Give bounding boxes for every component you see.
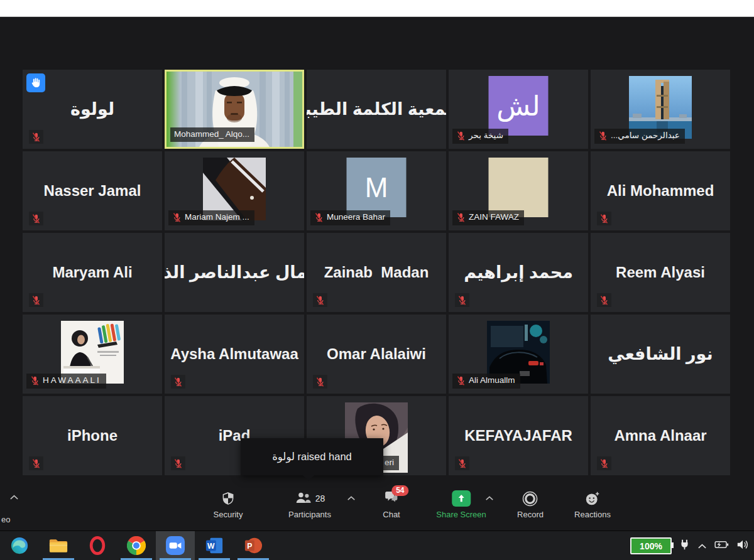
participant-tile[interactable]: جمعية الكلمة الطيبة bbox=[307, 70, 446, 149]
participants-count: 28 bbox=[315, 493, 325, 503]
muted-mic-icon bbox=[597, 212, 611, 225]
participant-name: Mohammed_ Alqo... bbox=[174, 129, 249, 139]
svg-text:P: P bbox=[247, 542, 252, 551]
participant-tile[interactable]: محمد إبراهيم bbox=[449, 233, 588, 312]
muted-mic-icon bbox=[455, 456, 469, 470]
taskbar-opera-button[interactable] bbox=[78, 531, 117, 560]
participant-name-label: Ali Almuallm bbox=[452, 374, 520, 389]
participant-name: iPhone bbox=[23, 396, 162, 475]
taskbar-word-button[interactable]: W bbox=[195, 531, 234, 560]
participants-icon bbox=[295, 492, 312, 506]
participants-caret[interactable] bbox=[347, 495, 356, 501]
muted-mic-icon bbox=[456, 375, 466, 386]
participant-tile[interactable]: KEFAYAJAFAR bbox=[449, 396, 588, 475]
file-explorer-icon bbox=[48, 537, 68, 554]
participant-tile[interactable]: Reem Alyasi bbox=[591, 233, 730, 312]
battery-charging-icon[interactable] bbox=[714, 540, 729, 552]
muted-mic-icon bbox=[171, 375, 185, 389]
hidden-icons-caret[interactable] bbox=[697, 541, 707, 552]
security-label: Security bbox=[214, 510, 243, 519]
video-options-caret[interactable] bbox=[9, 494, 19, 500]
svg-text:W: W bbox=[207, 542, 215, 551]
record-button[interactable]: Record bbox=[517, 490, 544, 519]
participant-name: نور الشافعي bbox=[591, 315, 730, 394]
participants-grid: لولوة Mohammed_ Alqo...جمعية الكلمة الطي… bbox=[23, 70, 730, 475]
participant-name: KEFAYAJAFAR bbox=[449, 396, 588, 475]
participant-name: Muneera Bahar bbox=[327, 212, 385, 222]
participant-tile[interactable]: Zainab Madan bbox=[307, 233, 446, 312]
participant-tile[interactable]: M Muneera Bahar bbox=[307, 151, 446, 230]
muted-mic-icon bbox=[456, 131, 466, 141]
participant-name-label: ZAIN FAWAZ bbox=[452, 210, 524, 225]
record-icon bbox=[522, 490, 538, 507]
battery-indicator[interactable]: 100% bbox=[630, 537, 672, 554]
video-button-partial-label[interactable]: eo bbox=[1, 515, 10, 524]
zoom-meeting-screen: لولوة Mohammed_ Alqo...جمعية الكلمة الطي… bbox=[0, 0, 754, 560]
muted-mic-icon bbox=[172, 212, 182, 223]
taskbar-powerpoint-button[interactable]: P bbox=[234, 531, 273, 560]
share-screen-button[interactable]: Share Screen bbox=[436, 490, 486, 519]
muted-mic-icon bbox=[29, 456, 43, 470]
powerpoint-icon: P bbox=[244, 536, 263, 555]
muted-mic-icon bbox=[171, 456, 185, 470]
participant-tile[interactable]: نور الشافعي bbox=[591, 315, 730, 394]
edge-icon bbox=[10, 536, 29, 555]
taskbar-file-explorer-button[interactable] bbox=[39, 531, 78, 560]
participant-tile[interactable]: Mohammed_ Alqo... bbox=[165, 70, 304, 149]
chat-button[interactable]: 54 Chat bbox=[383, 490, 400, 519]
plug-icon[interactable] bbox=[679, 539, 690, 552]
participant-tile[interactable]: عبدالرحمن سامي... bbox=[591, 70, 730, 149]
participant-name: Zainab Madan bbox=[307, 233, 446, 312]
participant-tile[interactable]: لولوة bbox=[23, 70, 162, 149]
word-icon: W bbox=[205, 536, 224, 555]
letter-avatar: M bbox=[347, 158, 407, 217]
muted-mic-icon bbox=[29, 130, 43, 144]
system-tray: 100% bbox=[630, 531, 749, 560]
participant-name: Ali Mohammed bbox=[591, 151, 730, 230]
reactions-button[interactable]: Reactions bbox=[574, 490, 611, 519]
participant-name: Omar Alalaiwi bbox=[307, 315, 446, 394]
letter-avatar bbox=[489, 158, 549, 217]
participant-name: Nasser Jamal bbox=[23, 151, 162, 230]
participant-tile[interactable]: Mariam Najem ... bbox=[165, 151, 304, 230]
tooltip-text: لولوة raised hand bbox=[272, 451, 352, 463]
participant-tile[interactable]: Maryam Ali bbox=[23, 233, 162, 312]
participant-name: جمال عبدالناصر الذ... bbox=[165, 233, 304, 312]
participant-tile[interactable]: Ali Mohammed bbox=[591, 151, 730, 230]
participant-name: Aysha Almutawaa bbox=[165, 315, 304, 394]
participant-name: Amna Alnaar bbox=[591, 396, 730, 475]
participant-name-label: عبدالرحمن سامي... bbox=[594, 129, 685, 144]
volume-icon[interactable] bbox=[736, 539, 749, 552]
muted-mic-icon bbox=[314, 212, 324, 223]
participant-name-label: Mariam Najem ... bbox=[168, 210, 254, 225]
participant-tile[interactable]: iPhone bbox=[23, 396, 162, 475]
security-button[interactable]: Security bbox=[214, 490, 243, 519]
participant-tile[interactable]: لش شيخة بحر bbox=[449, 70, 588, 149]
tooltip-arrow bbox=[303, 475, 314, 487]
taskbar-chrome-button[interactable] bbox=[117, 531, 156, 560]
taskbar-edge-button[interactable] bbox=[0, 531, 39, 560]
participant-tile[interactable]: Amna Alnaar bbox=[591, 396, 730, 475]
windows-taskbar: W P 100% bbox=[0, 530, 754, 560]
participant-name-label: شيخة بحر bbox=[452, 129, 508, 144]
participant-tile[interactable]: Ali Almuallm bbox=[449, 315, 588, 394]
muted-mic-icon bbox=[30, 375, 40, 386]
participants-button[interactable]: 28 Participants bbox=[288, 490, 331, 519]
muted-mic-icon bbox=[29, 212, 43, 225]
muted-mic-icon bbox=[455, 293, 469, 307]
taskbar-zoom-button[interactable] bbox=[156, 531, 195, 560]
participant-tile[interactable]: Nasser Jamal bbox=[23, 151, 162, 230]
participant-tile[interactable]: Aysha Almutawaa bbox=[165, 315, 304, 394]
participant-tile[interactable]: HAWAAALI bbox=[23, 315, 162, 394]
participant-tile[interactable]: جمال عبدالناصر الذ... bbox=[165, 233, 304, 312]
share-screen-caret[interactable] bbox=[485, 495, 494, 501]
participant-tile[interactable]: ZAIN FAWAZ bbox=[449, 151, 588, 230]
participant-name-label: eri bbox=[381, 456, 399, 470]
participant-tile[interactable]: Omar Alalaiwi bbox=[307, 315, 446, 394]
battery-percent: 100% bbox=[640, 541, 662, 551]
letter-avatar: لش bbox=[489, 76, 549, 136]
participant-name: عبدالرحمن سامي... bbox=[611, 131, 680, 141]
security-shield-icon bbox=[221, 490, 236, 507]
participant-name-label: Muneera Bahar bbox=[310, 210, 390, 225]
participant-name: eri bbox=[385, 458, 394, 468]
